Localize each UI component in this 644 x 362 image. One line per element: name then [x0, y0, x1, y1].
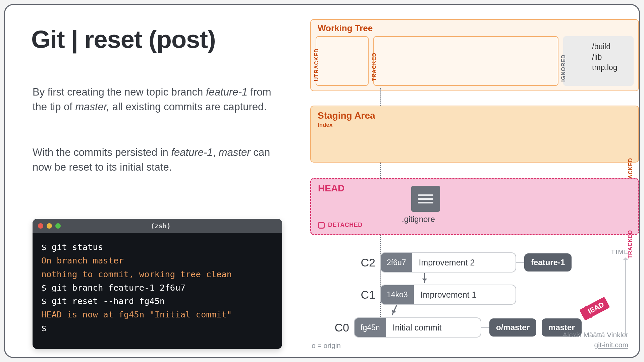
minimize-icon[interactable]: [47, 223, 52, 229]
commit-sha: fg45n: [355, 318, 386, 337]
terminal-line: $ git branch feature-1 2f6u7: [41, 281, 273, 294]
time-label: TIME: [611, 248, 629, 256]
head-box: HEAD DETACHED .gitignore TRACKED: [310, 178, 639, 235]
commit-pill: 14ko3 Improvement 1: [380, 285, 516, 305]
commit-number: C0: [310, 321, 354, 334]
emphasis: master: [219, 146, 251, 158]
working-tree-title: Working Tree: [316, 20, 634, 36]
slide-stage: Git | reset (post) By first creating the…: [4, 4, 640, 358]
terminal-titlebar: (zsh): [33, 219, 282, 233]
tracked-box: TRACKED: [373, 36, 558, 86]
commit-row-c2: C2 2f6u7 Improvement 2 feature-1: [310, 252, 639, 273]
commit-message: Improvement 2: [412, 258, 482, 267]
terminal-line: $: [41, 321, 273, 335]
ignored-file: tmp.log: [592, 62, 617, 73]
time-axis: [625, 258, 626, 336]
text: By first creating the new topic branch: [33, 86, 206, 98]
paragraph-2: With the commits persisted in feature-1,…: [33, 145, 274, 175]
checkbox-icon: [318, 222, 325, 229]
credit-site[interactable]: git-init.com: [562, 340, 628, 350]
commit-sha: 14ko3: [381, 285, 414, 304]
detached-indicator: DETACHED: [318, 222, 363, 229]
file-icon: [411, 186, 440, 212]
terminal-line: $ git status: [41, 240, 273, 254]
untracked-label: UTRACKED: [314, 48, 320, 81]
text: With the commits persisted in: [33, 146, 171, 158]
zoom-icon[interactable]: [55, 223, 61, 229]
origin-legend: o = origin: [312, 342, 341, 350]
staging-area-box: Staging Area Index TRACKED: [310, 106, 639, 163]
connector: [516, 262, 524, 263]
working-tree-box: Working Tree UTRACKED TRACKED IGNORED /b…: [310, 19, 639, 91]
emphasis: feature-1: [171, 146, 213, 158]
detached-label: DETACHED: [328, 222, 363, 229]
commit-number: C1: [310, 288, 380, 301]
ignored-file: /lib: [592, 52, 617, 62]
head-title: HEAD: [318, 183, 638, 194]
terminal-window: (zsh) $ git status On branch master noth…: [33, 219, 282, 349]
connector-dotted: [380, 88, 381, 106]
connector: [481, 327, 489, 328]
connector-dotted: [380, 235, 381, 327]
ignored-box: IGNORED /build /lib tmp.log: [563, 36, 634, 86]
paragraph-1: By first creating the new topic branch f…: [33, 85, 274, 114]
arrow-c1-c0: [392, 305, 397, 315]
staging-title: Staging Area: [318, 110, 638, 121]
close-icon[interactable]: [38, 223, 43, 229]
commit-pill: 2f6u7 Improvement 2: [380, 252, 516, 273]
staging-subtitle: Index: [318, 122, 638, 128]
text: ,: [213, 146, 219, 158]
ignored-label: IGNORED: [560, 54, 567, 82]
commit-row-c1: C1 14ko3 Improvement 1: [310, 285, 639, 305]
gitignore-label: .gitignore: [402, 215, 435, 224]
terminal-line: nothing to commit, working tree clean: [41, 267, 273, 281]
commit-message: Improvement 1: [414, 290, 483, 300]
credit: Alexis Määttä Vinkler git-init.com: [562, 330, 628, 350]
commit-sha: 2f6u7: [381, 253, 412, 272]
emphasis: master,: [75, 101, 110, 113]
connector-dotted: [380, 163, 381, 179]
terminal-line: $ git reset --hard fg45n: [41, 294, 273, 308]
commit-pill: fg45n Initial commit: [354, 317, 481, 338]
terminal-line: On branch master: [41, 254, 273, 267]
terminal-title: (zsh): [64, 222, 257, 230]
page-title: Git | reset (post): [31, 25, 216, 54]
commit-number: C2: [310, 256, 380, 269]
branch-chip-feature-1: feature-1: [524, 253, 572, 272]
emphasis: feature-1: [206, 86, 248, 98]
arrow-c2-c1: [424, 273, 425, 283]
credit-name: Alexis Määttä Vinkler: [562, 330, 628, 340]
text: all existing commits are captured.: [109, 101, 267, 113]
terminal-body: $ git status On branch master nothing to…: [33, 233, 282, 342]
untracked-box: UTRACKED: [316, 36, 369, 86]
remote-chip-omaster: o/master: [489, 318, 536, 337]
commit-message: Initial commit: [386, 323, 448, 333]
ignored-files: /build /lib tmp.log: [592, 42, 617, 73]
ignored-file: /build: [592, 42, 617, 52]
terminal-line: HEAD is now at fg45n "Initial commit": [41, 308, 273, 321]
tracked-label: TRACKED: [371, 53, 377, 81]
